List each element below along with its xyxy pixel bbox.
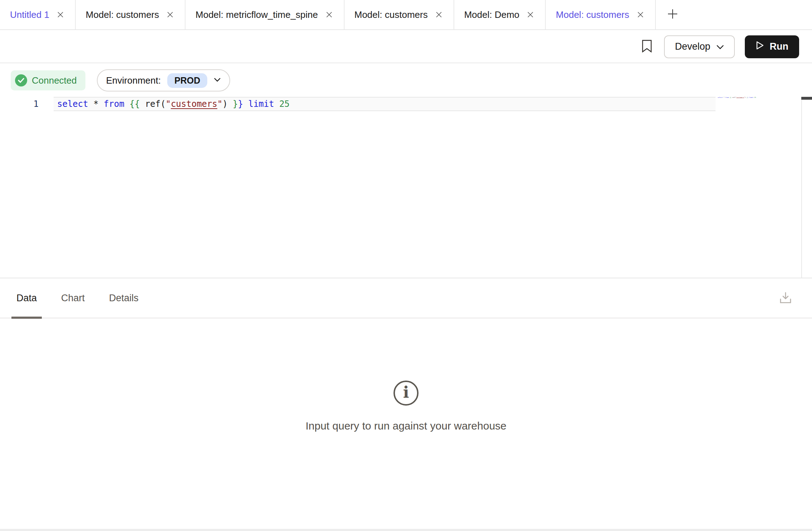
- run-label: Run: [770, 41, 788, 52]
- tab-chart-label: Chart: [61, 293, 85, 304]
- code-token: }: [233, 99, 238, 109]
- tab-untitled-1[interactable]: Untitled 1: [0, 0, 76, 29]
- plus-icon: [667, 8, 679, 21]
- close-icon[interactable]: [56, 10, 65, 19]
- tab-label: Model: customers: [355, 9, 428, 20]
- new-tab-button[interactable]: [656, 0, 689, 29]
- environment-label: Environment:: [106, 75, 161, 86]
- develop-dropdown-button[interactable]: Develop: [664, 35, 734, 58]
- connection-status-badge: Connected: [11, 70, 85, 90]
- code-token: ref(: [140, 99, 165, 109]
- code-token: from: [104, 99, 124, 109]
- editor-minimap[interactable]: select * from {{ ref("customers") }} lim…: [718, 96, 761, 101]
- develop-label: Develop: [675, 41, 710, 52]
- run-button[interactable]: Run: [745, 35, 799, 58]
- bookmark-icon: [641, 40, 653, 54]
- tab-label: Model: customers: [86, 9, 159, 20]
- code-token: ": [165, 99, 170, 109]
- close-icon[interactable]: [165, 10, 175, 19]
- code-token: *: [88, 99, 104, 109]
- tab-model-demo[interactable]: Model: Demo: [454, 0, 546, 29]
- bookmark-button[interactable]: [640, 40, 654, 54]
- code-token: [243, 99, 248, 109]
- tab-label: Model: Demo: [464, 9, 520, 20]
- tab-label: Model: metricflow_time_spine: [195, 9, 318, 20]
- sql-editor[interactable]: 1 select * from {{ ref("customers") }} l…: [0, 97, 716, 111]
- minimap-code-line: select * from {{ ref("customers") }} lim…: [718, 96, 756, 98]
- tab-data[interactable]: Data: [11, 278, 42, 318]
- close-icon[interactable]: [526, 10, 535, 19]
- close-icon[interactable]: [434, 10, 444, 19]
- code-token: ): [222, 99, 233, 109]
- bottom-border-strip: [0, 529, 812, 531]
- close-icon[interactable]: [325, 10, 334, 19]
- tab-label: Model: customers: [556, 9, 629, 20]
- tab-model-customers-3[interactable]: Model: customers: [546, 0, 655, 29]
- code-token: }: [238, 99, 243, 109]
- tab-data-label: Data: [16, 293, 37, 304]
- tab-chart[interactable]: Chart: [56, 278, 90, 318]
- ide-window: Untitled 1 Model: customers Model: metri…: [0, 0, 812, 531]
- editor-scrollbar-thumb[interactable]: [801, 97, 812, 100]
- status-row: Connected Environment: PROD: [11, 69, 230, 91]
- line-number: 1: [0, 97, 54, 111]
- results-empty-state: i Input query to run against your wareho…: [0, 319, 812, 529]
- results-panel-tab-bar: Data Chart Details: [0, 278, 812, 318]
- environment-selector[interactable]: Environment: PROD: [97, 69, 230, 91]
- play-icon: [756, 41, 764, 53]
- editor-scrollbar-track: [801, 100, 802, 278]
- environment-value-badge: PROD: [167, 73, 207, 88]
- check-circle-icon: [15, 74, 27, 86]
- editor-active-line[interactable]: select * from {{ ref("customers") }} lim…: [54, 97, 716, 111]
- code-token: [124, 99, 129, 109]
- top-toolbar: Develop Run: [0, 31, 812, 63]
- info-icon: i: [393, 381, 419, 406]
- connection-status-label: Connected: [32, 75, 77, 86]
- tab-model-customers-2[interactable]: Model: customers: [345, 0, 454, 29]
- code-token: select: [57, 99, 88, 109]
- tab-label: Untitled 1: [10, 9, 49, 20]
- code-token-ref-link[interactable]: customers: [171, 99, 217, 109]
- download-results-button[interactable]: [777, 288, 794, 309]
- tab-model-metricflow-time-spine[interactable]: Model: metricflow_time_spine: [185, 0, 344, 29]
- info-icon-glyph: i: [403, 384, 409, 400]
- editor-tab-bar: Untitled 1 Model: customers Model: metri…: [0, 0, 812, 30]
- code-token: limit: [248, 99, 274, 109]
- chevron-down-icon: [716, 41, 724, 52]
- active-tab-underline: [11, 317, 42, 319]
- empty-state-message: Input query to run against your warehous…: [306, 420, 506, 432]
- chevron-down-icon: [214, 77, 221, 84]
- code-line: select * from {{ ref("customers") }} lim…: [57, 99, 289, 109]
- code-token: [274, 99, 279, 109]
- tab-details[interactable]: Details: [104, 278, 144, 318]
- tab-model-customers-1[interactable]: Model: customers: [76, 0, 185, 29]
- code-token: 25: [279, 99, 289, 109]
- close-icon[interactable]: [636, 10, 645, 19]
- tab-details-label: Details: [109, 293, 139, 304]
- code-token: ": [217, 99, 222, 109]
- download-icon: [778, 291, 793, 306]
- code-token: {{: [129, 99, 140, 109]
